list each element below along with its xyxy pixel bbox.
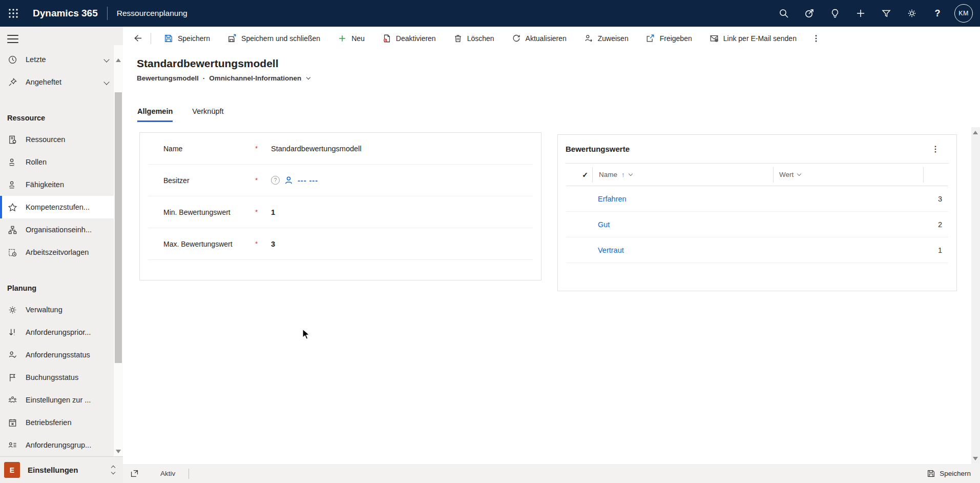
main-content: Speichern Speichern und schließen Neu De… bbox=[123, 27, 980, 464]
email-link-button[interactable]: Link per E-Mail senden bbox=[701, 29, 805, 48]
refresh-icon bbox=[512, 34, 521, 43]
sidebar-item-label: Anforderungsprior... bbox=[26, 328, 109, 336]
task-checker-button[interactable] bbox=[797, 0, 822, 27]
sidebar-item-ressourcen[interactable]: Ressourcen bbox=[0, 128, 114, 151]
scrollbar-thumb[interactable] bbox=[115, 92, 122, 363]
max-rating-field-value[interactable]: 3 bbox=[271, 240, 275, 248]
owner-person-icon bbox=[284, 175, 294, 185]
waffle-icon bbox=[8, 8, 18, 18]
owner-lookup-value[interactable]: --- --- bbox=[298, 176, 318, 185]
settings-button[interactable] bbox=[899, 0, 925, 27]
footer-save-button[interactable]: Speichern bbox=[927, 469, 971, 478]
app-brand[interactable]: Dynamics 365 bbox=[33, 8, 98, 19]
chevron-down-icon bbox=[103, 56, 109, 62]
back-arrow-icon bbox=[133, 33, 143, 43]
expand-footer-button[interactable] bbox=[130, 469, 139, 478]
sidebar-item-organisationseinheiten[interactable]: Organisationseinh... bbox=[0, 218, 114, 241]
required-marker: * bbox=[255, 240, 262, 248]
sidebar-item-buchungsstatus[interactable]: Buchungsstatus bbox=[0, 366, 114, 389]
save-close-icon bbox=[227, 34, 237, 43]
sidebar-item-pinned[interactable]: Angeheftet bbox=[0, 71, 114, 93]
scroll-up-icon[interactable] bbox=[116, 58, 121, 62]
save-icon bbox=[927, 469, 935, 478]
min-rating-field-value[interactable]: 1 bbox=[271, 208, 275, 216]
owner-field-value[interactable]: ? --- --- bbox=[271, 175, 318, 185]
save-and-close-button[interactable]: Speichern und schließen bbox=[219, 29, 329, 48]
sidebar-item-kompetenzstufen[interactable]: Kompetenzstufen... bbox=[0, 196, 114, 218]
subgrid-header: Bewertungswerte ⋮ bbox=[558, 135, 956, 163]
row-link-gut[interactable]: Gut bbox=[598, 220, 610, 229]
row-link-vertraut[interactable]: Vertraut bbox=[598, 246, 624, 254]
sidebar-item-anforderungsprioritaeten[interactable]: Anforderungsprior... bbox=[0, 321, 114, 344]
overflow-icon: ⋮ bbox=[931, 145, 940, 153]
form-tabs: Allgemein Verknüpft bbox=[123, 107, 980, 122]
form-selector[interactable]: Omnichannel-Informationen bbox=[209, 74, 310, 82]
sidebar-item-recent[interactable]: Letzte bbox=[0, 48, 114, 71]
form-row-min-bewertungswert[interactable]: Min. Bewertungswert * 1 bbox=[148, 196, 533, 228]
environment-switcher[interactable]: E Einstellungen bbox=[0, 456, 123, 483]
sidebar-scrollbar[interactable] bbox=[114, 45, 123, 456]
field-label: Max. Bewertungswert bbox=[163, 240, 255, 248]
statusbar-divider bbox=[189, 469, 189, 479]
filter-button[interactable] bbox=[873, 0, 899, 27]
deactivate-button[interactable]: Deaktivieren bbox=[373, 29, 445, 48]
select-all-checkmark[interactable]: ✓ bbox=[566, 167, 592, 183]
sidebar-item-anforderungsstatus[interactable]: Anforderungsstatus bbox=[0, 344, 114, 366]
sidebar-item-label: Einstellungen zur ... bbox=[26, 396, 109, 404]
sidebar-group-planung: Planung bbox=[0, 278, 114, 298]
person-icon bbox=[7, 179, 17, 190]
required-marker: * bbox=[255, 176, 262, 184]
command-bar: Speichern Speichern und schließen Neu De… bbox=[123, 27, 980, 50]
app-area-title: Ressourcenplanung bbox=[117, 9, 187, 18]
scroll-down-icon[interactable] bbox=[973, 457, 978, 460]
scroll-up-icon[interactable] bbox=[973, 131, 978, 134]
table-row: Erfahren 3 bbox=[566, 186, 948, 212]
pin-icon bbox=[7, 77, 17, 87]
tab-allgemein[interactable]: Allgemein bbox=[137, 107, 173, 122]
sidebar-item-einstellungen-zur[interactable]: Einstellungen zur ... bbox=[0, 389, 114, 411]
sidebar-item-label: Anforderungsstatus bbox=[26, 351, 109, 359]
search-button[interactable] bbox=[771, 0, 797, 27]
waffle-menu-button[interactable] bbox=[0, 0, 27, 27]
subgrid-overflow-button[interactable]: ⋮ bbox=[930, 144, 941, 154]
email-icon bbox=[710, 34, 719, 43]
help-button[interactable]: ? bbox=[925, 0, 950, 27]
delete-button[interactable]: Löschen bbox=[445, 29, 503, 48]
person-check-icon bbox=[7, 350, 17, 360]
sidebar-item-label: Fähigkeiten bbox=[26, 180, 109, 189]
commandbar-divider bbox=[151, 33, 151, 44]
sidebar-item-faehigkeiten[interactable]: Fähigkeiten bbox=[0, 173, 114, 196]
sidebar-item-verwaltung[interactable]: Verwaltung bbox=[0, 298, 114, 321]
user-avatar[interactable]: KM bbox=[954, 4, 973, 23]
sidebar-item-rollen[interactable]: Rollen bbox=[0, 151, 114, 173]
sidebar-item-betriebsferien[interactable]: Betriebsferien bbox=[0, 411, 114, 434]
row-value: 3 bbox=[798, 195, 948, 203]
sidebar-item-label: Arbeitszeitvorlagen bbox=[26, 248, 109, 256]
name-field-value[interactable]: Standardbewertungsmodell bbox=[271, 145, 362, 153]
refresh-button[interactable]: Aktualisieren bbox=[503, 29, 575, 48]
main-scrollbar[interactable] bbox=[971, 127, 980, 464]
record-status-label: Aktiv bbox=[160, 470, 175, 477]
column-header-name[interactable]: Name ↑ bbox=[592, 167, 773, 183]
sitemap-collapse-button[interactable] bbox=[7, 35, 18, 43]
assign-button[interactable]: Zuweisen bbox=[575, 29, 637, 48]
form-row-besitzer[interactable]: Besitzer * ? --- --- bbox=[148, 165, 533, 196]
back-button[interactable] bbox=[129, 30, 147, 47]
commandbar-overflow-button[interactable]: ⋮ bbox=[807, 30, 825, 47]
create-new-button[interactable] bbox=[848, 0, 873, 27]
save-button[interactable]: Speichern bbox=[155, 29, 219, 48]
sidebar-item-label: Betriebsferien bbox=[26, 418, 109, 427]
share-button[interactable]: Freigeben bbox=[637, 29, 701, 48]
flag-icon bbox=[7, 372, 17, 383]
new-button[interactable]: Neu bbox=[329, 29, 373, 48]
presence-unknown-icon: ? bbox=[271, 176, 280, 185]
form-row-name[interactable]: Name * Standardbewertungsmodell bbox=[148, 133, 533, 165]
row-link-erfahren[interactable]: Erfahren bbox=[598, 195, 627, 203]
scroll-down-icon[interactable] bbox=[116, 450, 121, 453]
column-header-wert[interactable]: Wert bbox=[773, 167, 924, 183]
form-row-max-bewertungswert[interactable]: Max. Bewertungswert * 3 bbox=[148, 228, 533, 260]
tab-verknuepft[interactable]: Verknüpft bbox=[192, 107, 223, 122]
sidebar-item-arbeitszeitvorlagen[interactable]: Arbeitszeitvorlagen bbox=[0, 241, 114, 264]
sidebar-item-anforderungsgruppen[interactable]: Anforderungsgrup... bbox=[0, 434, 114, 456]
insights-button[interactable] bbox=[822, 0, 848, 27]
